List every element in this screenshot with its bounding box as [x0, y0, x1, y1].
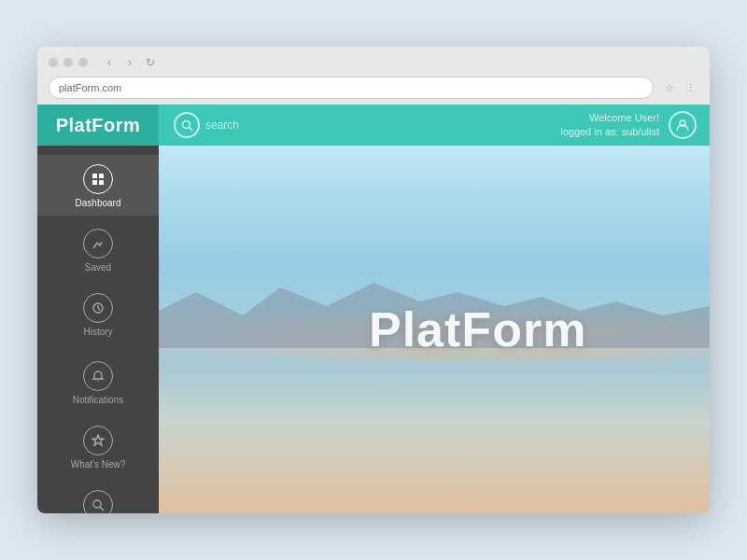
user-info: Welcome User! logged in as: sub/ulist	[560, 111, 659, 140]
header-logo: PlatForm	[37, 105, 159, 146]
sidebar-label-saved: Saved	[85, 262, 111, 273]
bookmark-icon[interactable]: ☆	[661, 79, 678, 96]
sidebar-item-whatsnew[interactable]: What's New?	[37, 416, 159, 477]
search-icon[interactable]	[174, 112, 200, 138]
address-bar-row: platForm.com ☆ ⋮	[49, 77, 698, 105]
svg-point-10	[93, 500, 101, 508]
sidebar-label-history: History	[83, 327, 112, 337]
hero-image: PlatForm	[159, 146, 710, 513]
svg-rect-4	[99, 174, 104, 178]
sidebar: Dashboard Saved	[37, 146, 159, 513]
content-area: PlatForm	[159, 146, 710, 513]
sidebar-item-dashboard[interactable]: Dashboard	[37, 155, 159, 216]
search-text: search	[205, 119, 239, 132]
saved-icon	[83, 229, 113, 259]
sidebar-item-history[interactable]: History	[37, 284, 159, 344]
sidebar-label-notifications: Notifications	[73, 395, 123, 405]
notifications-icon	[83, 361, 113, 391]
whatsnew-icon	[83, 426, 113, 455]
header-user: Welcome User! logged in as: sub/ulist	[560, 111, 710, 140]
hero-title-bold: Form	[461, 302, 586, 357]
header-search: search	[174, 112, 239, 138]
sidebar-label-whatsnew: What's New?	[71, 459, 126, 469]
address-bar[interactable]: platForm.com	[49, 77, 654, 99]
app-header: PlatForm search Welcome User! logged in …	[37, 105, 710, 146]
svg-rect-3	[92, 174, 97, 178]
app-container: PlatForm search Welcome User! logged in …	[37, 105, 710, 513]
user-greeting: Welcome User!	[560, 111, 659, 125]
browser-dot-red	[49, 58, 58, 67]
browser-window: ‹ › ↻ platForm.com ☆ ⋮ PlatForm	[37, 47, 710, 513]
svg-rect-5	[92, 180, 97, 185]
sidebar-label-dashboard: Dashboard	[76, 198, 121, 208]
dashboard-icon	[83, 164, 113, 194]
svg-rect-6	[99, 180, 104, 185]
refresh-button[interactable]: ↻	[142, 54, 159, 71]
hero-title-normal: Plat	[369, 302, 461, 357]
browser-action-icons: ☆ ⋮	[661, 79, 698, 96]
hero-title: PlatForm	[369, 301, 586, 357]
svg-line-11	[100, 507, 104, 511]
browser-dot-yellow	[63, 58, 73, 67]
app-main: Dashboard Saved	[37, 146, 710, 513]
search-sidebar-icon	[83, 490, 113, 513]
sidebar-item-search[interactable]: Search	[37, 481, 159, 513]
browser-chrome: ‹ › ↻ platForm.com ☆ ⋮	[37, 47, 710, 105]
forward-button[interactable]: ›	[121, 54, 138, 71]
logo-bold: Form	[92, 115, 140, 136]
user-avatar[interactable]	[669, 111, 697, 139]
browser-nav: ‹ › ↻	[101, 54, 159, 71]
menu-icon[interactable]: ⋮	[682, 79, 698, 96]
back-button[interactable]: ‹	[101, 54, 118, 71]
svg-point-0	[182, 120, 190, 128]
url-text: platForm.com	[59, 82, 121, 93]
user-status: logged in as: sub/ulist	[560, 125, 659, 139]
browser-controls: ‹ › ↻	[49, 54, 698, 71]
sidebar-item-saved[interactable]: Saved	[37, 219, 159, 280]
logo-normal: Plat	[56, 115, 92, 136]
svg-line-1	[189, 127, 192, 131]
svg-marker-9	[92, 435, 104, 445]
history-icon	[83, 293, 113, 323]
browser-dot-green	[78, 58, 88, 67]
sidebar-item-notifications[interactable]: Notifications	[37, 352, 159, 413]
